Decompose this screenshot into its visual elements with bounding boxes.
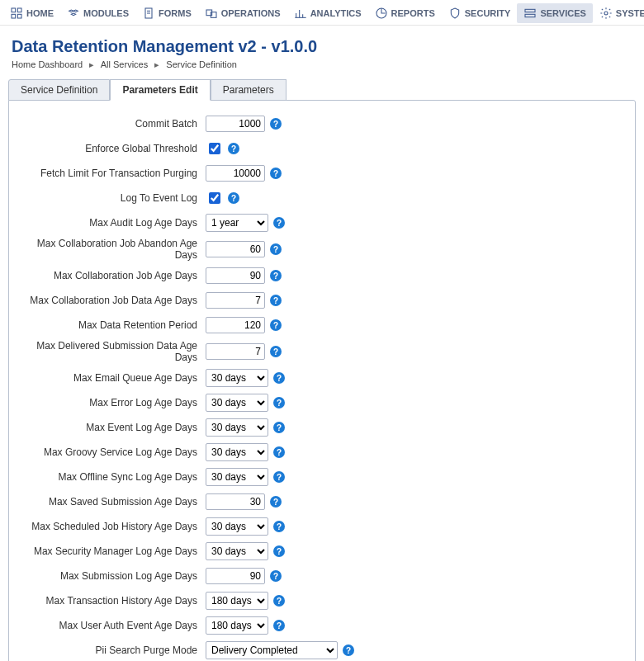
help-icon[interactable]: ? bbox=[273, 446, 285, 458]
nav-analytics[interactable]: ANALYTICS bbox=[287, 3, 368, 23]
top-nav: HOME MODULES FORMS OPERATIONS ANALYTICS … bbox=[0, 0, 644, 26]
nav-system[interactable]: SYSTEM bbox=[593, 3, 644, 23]
help-icon[interactable]: ? bbox=[228, 192, 239, 204]
label-max-security: Max Security Manager Log Age Days bbox=[22, 545, 206, 557]
help-icon[interactable]: ? bbox=[343, 644, 354, 656]
nav-label: ANALYTICS bbox=[310, 8, 362, 18]
help-icon[interactable]: ? bbox=[273, 471, 285, 483]
help-icon[interactable]: ? bbox=[270, 118, 282, 130]
label-max-user-auth: Max User Auth Event Age Days bbox=[22, 620, 206, 631]
tab-parameters-edit[interactable]: Parameters Edit bbox=[110, 79, 210, 101]
input-max-collab-age[interactable] bbox=[206, 267, 265, 284]
nav-forms[interactable]: FORMS bbox=[135, 3, 198, 23]
label-max-groovy: Max Groovy Service Log Age Days bbox=[22, 446, 206, 458]
nav-services[interactable]: SERVICES bbox=[517, 3, 592, 23]
label-pii-search: Pii Search Purge Mode bbox=[22, 644, 206, 656]
label-max-data-retention: Max Data Retention Period bbox=[22, 319, 206, 331]
system-icon bbox=[599, 7, 613, 20]
help-icon[interactable]: ? bbox=[273, 545, 285, 557]
svg-marker-6 bbox=[71, 13, 75, 16]
label-max-sched-job: Max Scheduled Job History Age Days bbox=[22, 521, 206, 532]
nav-label: OPERATIONS bbox=[221, 8, 281, 18]
breadcrumb-separator: ▸ bbox=[89, 59, 94, 69]
nav-reports[interactable]: REPORTS bbox=[368, 3, 442, 23]
svg-rect-18 bbox=[525, 14, 535, 17]
nav-label: HOME bbox=[26, 8, 54, 18]
help-icon[interactable]: ? bbox=[228, 143, 239, 154]
tabs: Service Definition Parameters Edit Param… bbox=[8, 78, 636, 100]
input-max-submission-log[interactable] bbox=[206, 568, 265, 584]
services-icon bbox=[523, 7, 537, 20]
label-max-audit-log: Max Audit Log Age Days bbox=[22, 217, 206, 229]
label-max-error-log: Max Error Log Age Days bbox=[22, 397, 206, 408]
label-max-offline: Max Offline Sync Log Age Days bbox=[22, 471, 206, 483]
checkbox-log-to-event[interactable] bbox=[209, 192, 220, 204]
forms-icon bbox=[142, 7, 155, 20]
label-max-submission-log: Max Submission Log Age Days bbox=[22, 570, 206, 582]
select-max-event-log[interactable]: 30 days bbox=[206, 418, 268, 437]
tab-service-definition[interactable]: Service Definition bbox=[8, 79, 110, 101]
help-icon[interactable]: ? bbox=[273, 521, 285, 532]
help-icon[interactable]: ? bbox=[270, 295, 282, 306]
label-commit-batch: Commit Batch bbox=[22, 118, 206, 130]
security-icon bbox=[448, 7, 462, 20]
help-icon[interactable]: ? bbox=[270, 346, 282, 357]
input-max-collab-data[interactable] bbox=[206, 292, 265, 309]
breadcrumb-item[interactable]: Home Dashboard bbox=[12, 59, 83, 69]
input-commit-batch[interactable] bbox=[206, 116, 265, 132]
help-icon[interactable]: ? bbox=[273, 397, 285, 408]
label-max-collab-age: Max Collaboration Job Age Days bbox=[22, 270, 206, 281]
svg-rect-3 bbox=[17, 14, 21, 18]
select-max-security[interactable]: 30 days bbox=[206, 542, 268, 560]
help-icon[interactable]: ? bbox=[273, 217, 285, 229]
svg-rect-0 bbox=[12, 8, 16, 12]
help-icon[interactable]: ? bbox=[270, 496, 282, 508]
breadcrumb: Home Dashboard ▸ All Services ▸ Service … bbox=[0, 59, 644, 78]
select-max-audit-log[interactable]: 1 year bbox=[206, 214, 268, 232]
panel: Service Definition Parameters Edit Param… bbox=[8, 78, 636, 661]
help-icon[interactable]: ? bbox=[270, 270, 282, 281]
nav-label: SERVICES bbox=[540, 8, 585, 18]
help-icon[interactable]: ? bbox=[270, 243, 282, 255]
select-max-email-queue[interactable]: 30 days bbox=[206, 369, 268, 387]
help-icon[interactable]: ? bbox=[270, 319, 282, 331]
label-max-delivered-sub: Max Delivered Submission Data Age Days bbox=[22, 340, 206, 363]
help-icon[interactable]: ? bbox=[270, 168, 282, 179]
breadcrumb-item[interactable]: All Services bbox=[101, 59, 148, 69]
checkbox-enforce-global[interactable] bbox=[209, 143, 220, 154]
nav-home[interactable]: HOME bbox=[3, 3, 60, 23]
svg-rect-2 bbox=[12, 14, 16, 18]
reports-icon bbox=[375, 7, 388, 20]
help-icon[interactable]: ? bbox=[273, 620, 285, 631]
nav-label: REPORTS bbox=[391, 8, 435, 18]
help-icon[interactable]: ? bbox=[273, 595, 285, 607]
select-max-groovy[interactable]: 30 days bbox=[206, 443, 268, 461]
nav-modules[interactable]: MODULES bbox=[60, 3, 135, 23]
select-max-sched-job[interactable]: 30 days bbox=[206, 517, 268, 536]
input-max-saved-sub[interactable] bbox=[206, 493, 265, 510]
tab-parameters[interactable]: Parameters bbox=[211, 79, 286, 101]
select-pii-search[interactable]: Delivery Completed bbox=[206, 641, 338, 659]
input-max-data-retention[interactable] bbox=[206, 317, 265, 333]
help-icon[interactable]: ? bbox=[273, 372, 285, 384]
nav-operations[interactable]: OPERATIONS bbox=[198, 3, 287, 23]
tab-body: Commit Batch ? Enforce Global Threshold … bbox=[8, 100, 636, 661]
operations-icon bbox=[205, 7, 218, 20]
label-log-to-event: Log To Event Log bbox=[22, 192, 206, 204]
breadcrumb-item[interactable]: Service Definition bbox=[166, 59, 237, 69]
select-max-txn[interactable]: 180 days bbox=[206, 592, 268, 610]
nav-label: MODULES bbox=[83, 8, 129, 18]
input-fetch-limit[interactable] bbox=[206, 165, 265, 182]
select-max-error-log[interactable]: 30 days bbox=[206, 394, 268, 412]
label-max-txn: Max Transaction History Age Days bbox=[22, 595, 206, 607]
input-max-collab-abandon[interactable] bbox=[206, 241, 265, 257]
help-icon[interactable]: ? bbox=[273, 422, 285, 433]
nav-security[interactable]: SECURITY bbox=[442, 3, 518, 23]
label-fetch-limit: Fetch Limit For Transaction Purging bbox=[22, 168, 206, 179]
label-max-email-queue: Max Email Queue Age Days bbox=[22, 372, 206, 384]
select-max-offline[interactable]: 30 days bbox=[206, 468, 268, 486]
home-icon bbox=[10, 7, 23, 20]
help-icon[interactable]: ? bbox=[270, 570, 282, 582]
input-max-delivered-sub[interactable] bbox=[206, 343, 265, 360]
select-max-user-auth[interactable]: 180 days bbox=[206, 616, 268, 635]
